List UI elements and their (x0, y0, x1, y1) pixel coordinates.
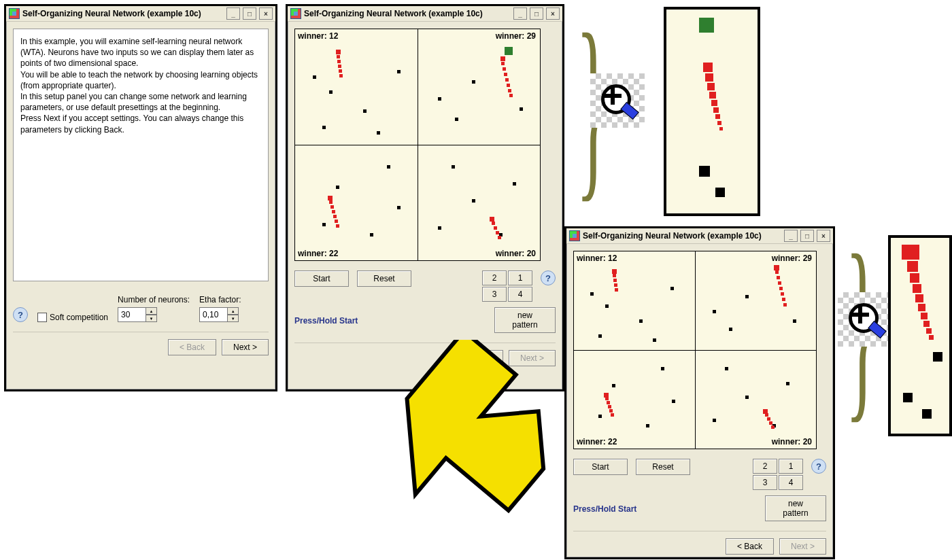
trail-dot (771, 425, 775, 429)
quadrant-buttons: 2 1 3 4 (482, 270, 532, 302)
start-button[interactable]: Start (294, 270, 349, 287)
trail-dot (609, 409, 613, 413)
winner-20-label: winner: 20 (496, 249, 536, 258)
trail-dot (703, 63, 713, 72)
control-row: Start Reset 2 1 3 4 ? (294, 270, 556, 302)
target-marker (699, 18, 714, 33)
close-button[interactable]: × (546, 7, 560, 20)
nav-row: < Back Next > (13, 332, 269, 355)
soft-competition-checkbox[interactable] (37, 313, 47, 322)
trail-dot (336, 50, 341, 54)
winner-20-label: winner: 20 (772, 437, 812, 447)
etha-spinner[interactable]: 0,10 ▲▼ (199, 307, 239, 322)
neuron-dot (438, 226, 441, 230)
neuron-dot (729, 328, 732, 331)
neuron-dot (322, 126, 326, 129)
trail-dot (605, 397, 609, 400)
neuron-dot (472, 199, 475, 203)
start-button[interactable]: Start (573, 459, 628, 475)
trail-dot (329, 200, 333, 204)
help-button[interactable]: ? (811, 459, 826, 474)
etha-field: Etha factor: 0,10 ▲▼ (199, 295, 241, 322)
zoom-a (664, 7, 760, 216)
neuron-dot (452, 165, 455, 169)
neuron-dot (598, 415, 602, 418)
quadrant-2-button[interactable]: 2 (482, 270, 507, 285)
trail-dot (707, 83, 715, 90)
trail-dot (501, 62, 505, 65)
trail-dot (490, 217, 494, 222)
neuron-dot (922, 409, 932, 419)
next-button[interactable]: Next > (222, 339, 269, 355)
trail-dot (509, 94, 513, 97)
trail-dot (607, 401, 610, 404)
intro-text: In this example, you will examine self-l… (13, 29, 269, 281)
num-neurons-value[interactable]: 30 (118, 307, 146, 322)
help-button[interactable]: ? (13, 307, 28, 322)
soft-competition-field: Soft competition (37, 313, 108, 322)
close-button[interactable]: × (817, 230, 830, 242)
trail-dot (921, 313, 928, 319)
quadrant-3-button[interactable]: 3 (753, 475, 777, 490)
minimize-button[interactable]: _ (226, 7, 240, 20)
neuron-dot (745, 295, 749, 298)
quadrant-4-button[interactable]: 4 (779, 475, 803, 490)
trail-dot (614, 283, 617, 287)
quadrant-buttons: 2 1 3 4 (753, 459, 803, 490)
plot-area[interactable]: winner: 12 winner: 29 winner: 22 winner:… (573, 251, 817, 449)
neuron-dot (713, 310, 716, 313)
trail-dot (339, 74, 343, 77)
app-icon (290, 8, 301, 19)
trail-dot (782, 298, 785, 301)
trail-dot (779, 287, 783, 290)
quadrant-3-button[interactable]: 3 (482, 287, 507, 302)
etha-value[interactable]: 0,10 (199, 307, 228, 322)
trail-dot (338, 65, 341, 68)
close-button[interactable]: × (259, 7, 273, 20)
neuron-dot (590, 292, 594, 296)
neuron-dot (793, 319, 796, 323)
plot-area[interactable]: winner: 12 winner: 29 winner: 22 winner:… (294, 29, 541, 261)
next-button[interactable]: Next > (779, 538, 826, 555)
neuron-dot (322, 223, 326, 226)
spinner-buttons[interactable]: ▲▼ (146, 307, 157, 322)
trail-dot (611, 413, 614, 417)
minimize-button[interactable]: _ (513, 7, 527, 20)
trail-dot (498, 236, 501, 239)
neuron-dot (387, 165, 390, 169)
back-button[interactable]: < Back (726, 538, 774, 555)
maximize-button[interactable]: □ (243, 7, 256, 20)
neuron-dot (472, 80, 475, 84)
axis-horizontal (574, 350, 816, 351)
maximize-button[interactable]: □ (530, 7, 543, 20)
reset-button[interactable]: Reset (636, 459, 690, 475)
trail-dot (775, 270, 779, 274)
trail-dot (333, 215, 337, 218)
neuron-dot (520, 107, 523, 111)
trail-dot (330, 205, 334, 209)
neuron-dot (745, 396, 749, 399)
trail-dot (705, 73, 713, 82)
back-button[interactable]: < Back (168, 339, 216, 355)
new-pattern-button[interactable]: new pattern (494, 307, 556, 333)
winner-12-label: winner: 12 (298, 31, 338, 41)
quadrant-1-button[interactable]: 1 (508, 270, 532, 285)
trail-dot (711, 100, 717, 106)
num-neurons-spinner[interactable]: 30 ▲▼ (118, 307, 157, 322)
trail-dot (777, 276, 780, 279)
quadrant-2-button[interactable]: 2 (753, 459, 777, 474)
reset-button[interactable]: Reset (357, 270, 411, 287)
dialog-body: winner: 12 winner: 29 winner: 22 winner:… (288, 22, 562, 373)
trail-dot (337, 60, 341, 63)
minimize-button[interactable]: _ (784, 230, 798, 242)
new-pattern-button[interactable]: new pattern (765, 495, 826, 521)
maximize-button[interactable]: □ (800, 230, 814, 242)
trail-dot (332, 210, 335, 213)
spinner-buttons[interactable]: ▲▼ (228, 307, 239, 322)
quadrant-4-button[interactable]: 4 (508, 287, 532, 302)
trail-dot (769, 421, 772, 425)
trail-dot (929, 335, 934, 340)
help-button[interactable]: ? (541, 270, 556, 285)
titlebar: Self-Organizing Neural Network (example … (6, 6, 275, 22)
quadrant-1-button[interactable]: 1 (779, 459, 803, 474)
